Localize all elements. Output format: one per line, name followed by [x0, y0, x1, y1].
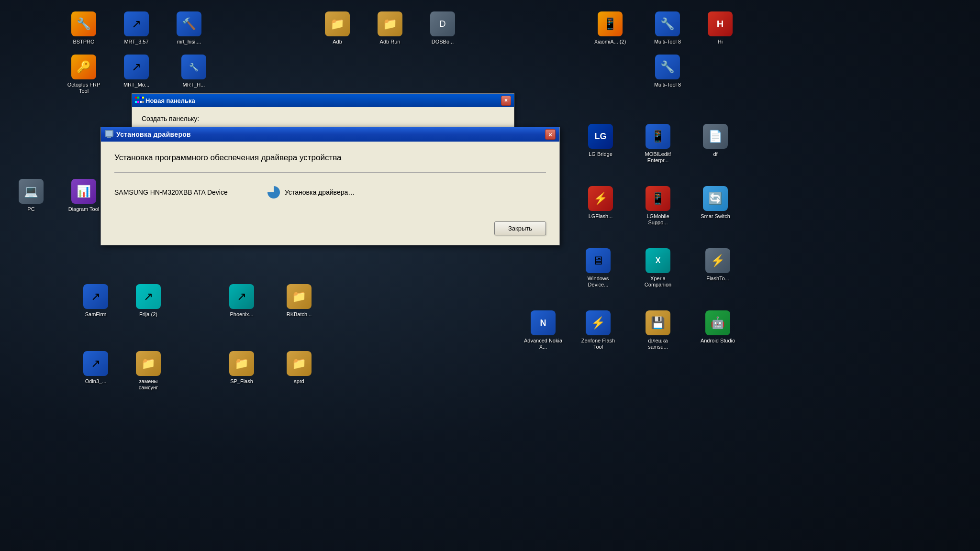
computer-icon [105, 130, 113, 139]
adb-label: Adb [333, 39, 342, 45]
adb-run-icon: 📁 [378, 11, 402, 36]
bstpro-icon: 🔧 [71, 11, 96, 36]
desktop-icon-sp-flash[interactable]: 📁 SP_Flash [220, 349, 263, 386]
zenfone-icon: ⚡ [586, 310, 611, 335]
flashtool-label: FlashTo... [706, 276, 729, 282]
driver-install-close-btn[interactable]: Закрыть [494, 221, 546, 235]
multitool-right-label: Multi-Tool 8 [654, 82, 681, 88]
sp-flash-icon: 📁 [229, 351, 254, 376]
desktop-icon-adb-run[interactable]: 📁 Adb Run [368, 10, 412, 47]
driver-install-section-title: Установка программного обеспечения драйв… [114, 153, 546, 163]
driver-install-window: Установка драйверов × Установка программ… [100, 127, 560, 245]
desktop-icon-lgflash[interactable]: ⚡ LGFlash... [579, 184, 622, 221]
install-status-text: Установка драйвера… [285, 188, 355, 196]
novaya-panelka-title: Новая панелька [145, 97, 498, 104]
lg-bridge-label: LG Bridge [589, 151, 612, 157]
driver-install-titlebar: Установка драйверов × [101, 127, 559, 142]
adb-run-label: Adb Run [380, 39, 401, 45]
xperia-label: Xperia Companion [638, 276, 678, 288]
advanced-nokia-icon: N [531, 310, 556, 335]
desktop-icon-rkbatch[interactable]: 📁 RKBatch... [278, 282, 321, 320]
desktop-icon-samfirm[interactable]: ↗ SamFirm [74, 282, 117, 320]
desktop-icon-multitool-top[interactable]: 🔧 Multi-Tool 8 [646, 10, 689, 47]
desktop-icon-mrt-mo[interactable]: ↗ MRT_Mo... [115, 53, 158, 90]
dosbo-label: DOSBo... [432, 39, 454, 45]
desktop-icon-lg-bridge[interactable]: LG LG Bridge [579, 122, 622, 159]
desktop-icon-bstpro[interactable]: 🔧 BSTPRO [62, 10, 105, 47]
mrt-hisi-icon: 🔨 [177, 11, 201, 36]
desktop-icon-flashka[interactable]: 💾 флешка samsu... [636, 309, 679, 352]
desktop-icon-odin3[interactable]: ↗ Odin3_... [74, 349, 117, 386]
mrt357-icon: ↗ [124, 11, 149, 36]
desktop-icon-lgmobile[interactable]: 📱 LGMobile Suppo... [636, 184, 679, 228]
smart-switch-icon: 🔄 [703, 186, 728, 211]
desktop-icon-diagram[interactable]: 📊 Diagram Tool [62, 177, 105, 214]
desktop-icon-phoenix[interactable]: ↗ Phoenix... [220, 282, 263, 320]
desktop-icon-xiaomi[interactable]: 📱 XiaomiA... (2) [589, 10, 632, 47]
smart-switch-label: Smar Switch [701, 213, 730, 220]
mrt-mo-label: MRT_Mo... [123, 82, 149, 88]
novaya-panelka-titlebar: Новая панелька × [132, 94, 514, 107]
desktop-icon-df[interactable]: 📄 df [694, 122, 737, 159]
desktop-icon-pc[interactable]: 💻 PC [10, 177, 53, 214]
pc-label: PC [27, 206, 34, 212]
driver-install-body: Установка программного обеспечения драйв… [101, 142, 559, 245]
xperia-icon: X [646, 248, 670, 273]
windows-device-label: Windows Device... [579, 276, 618, 288]
desktop-icon-mrt-hisi[interactable]: 🔨 mrt_hisi.... [167, 10, 211, 47]
desktop-icon-sprd[interactable]: 📁 sprd [278, 349, 321, 386]
desktop-icon-adb[interactable]: 📁 Adb [316, 10, 359, 47]
lgflash-icon: ⚡ [588, 186, 613, 211]
zameny-icon: 📁 [136, 351, 161, 376]
driver-install-divider [114, 172, 546, 173]
lgmobile-icon: 📱 [646, 186, 670, 211]
android-studio-icon: 🤖 [705, 310, 730, 335]
flashtool-icon: ⚡ [705, 248, 730, 273]
desktop-icon-hi[interactable]: H Hi [699, 10, 742, 47]
lgflash-label: LGFlash... [589, 213, 613, 220]
mrt-h-icon: 🔧 [181, 55, 206, 79]
mrt357-label: MRT_3.57 [124, 39, 148, 45]
df-icon: 📄 [703, 124, 728, 149]
desktop-icon-zenfone[interactable]: ⚡ Zenfone Flash Tool [577, 309, 620, 352]
desktop-icon-frija[interactable]: ↗ Frija (2) [127, 282, 170, 320]
mrt-hisi-label: mrt_hisi.... [177, 39, 201, 45]
desktop-icon-octoplus[interactable]: 🔑 Octoplus FRP Tool [62, 53, 105, 96]
multitool-top-label: Multi-Tool 8 [654, 39, 681, 45]
windows-device-icon: 🖥 [586, 248, 611, 273]
flashka-label: флешка samsu... [638, 338, 678, 350]
bstpro-label: BSTPRO [73, 39, 94, 45]
df-label: df [713, 151, 717, 157]
desktop-icon-mrt357[interactable]: ↗ MRT_3.57 [115, 10, 158, 47]
desktop-icon-dosbo[interactable]: D DOSBo... [421, 10, 464, 47]
desktop-icon-zameny[interactable]: 📁 замены самсунг [127, 349, 170, 393]
desktop-icon-advanced-nokia[interactable]: N Advanced Nokia X... [522, 309, 565, 352]
desktop-icon-flashtool[interactable]: ⚡ FlashTo... [696, 246, 739, 284]
sprd-icon: 📁 [287, 351, 312, 376]
odin3-icon: ↗ [83, 351, 108, 376]
window-icon [135, 97, 143, 104]
desktop-icon-mobiledit[interactable]: 📱 MOBILedit! Enterpr... [636, 122, 679, 165]
desktop-icon-mrt-h[interactable]: 🔧 MRT_H... [172, 53, 215, 90]
sp-flash-label: SP_Flash [230, 378, 253, 385]
dosbo-icon: D [430, 11, 455, 36]
desktop: 🔧 BSTPRO ↗ MRT_3.57 🔨 mrt_hisi.... 📁 Adb… [0, 0, 980, 551]
driver-install-title: Установка драйверов [116, 131, 542, 138]
driver-install-close-button[interactable]: × [545, 129, 556, 140]
desktop-icon-windows-device[interactable]: 🖥 Windows Device... [577, 246, 620, 290]
rkbatch-label: RKBatch... [287, 311, 312, 318]
desktop-icon-multitool-right[interactable]: 🔧 Multi-Tool 8 [646, 53, 689, 90]
xiaomi-label: XiaomiA... (2) [594, 39, 626, 45]
adb-icon: 📁 [325, 11, 350, 36]
loading-spinner [267, 186, 280, 198]
desktop-icon-xperia[interactable]: X Xperia Companion [636, 246, 679, 290]
desktop-icon-android-studio[interactable]: 🤖 Android Studio [696, 309, 739, 346]
desktop-icon-smart-switch[interactable]: 🔄 Smar Switch [694, 184, 737, 221]
diagram-icon: 📊 [71, 179, 96, 204]
rkbatch-icon: 📁 [287, 284, 312, 309]
lgmobile-label: LGMobile Suppo... [638, 213, 678, 226]
novaya-panelka-close-button[interactable]: × [501, 96, 511, 106]
multitool-top-icon: 🔧 [655, 11, 680, 36]
phoenix-icon: ↗ [229, 284, 254, 309]
zameny-label: замены самсунг [129, 378, 168, 391]
